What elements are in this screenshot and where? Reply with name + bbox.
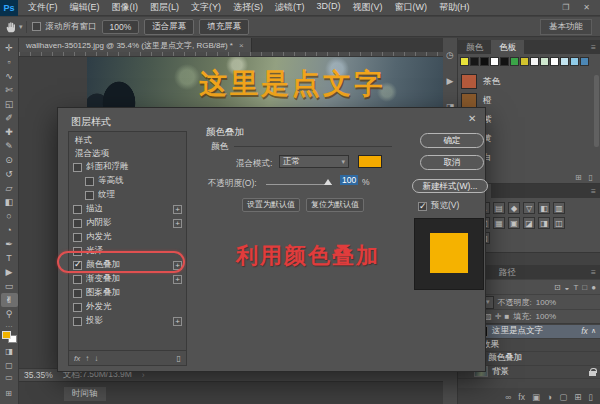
fx-icon[interactable]: fx [74, 354, 80, 363]
styles-list-header[interactable]: 样式 [69, 134, 186, 147]
menu-item[interactable]: 选择(S) [227, 1, 269, 14]
timeline-toggle-icon[interactable]: ⊞ [5, 389, 13, 398]
style-thumb[interactable]: ▣ [508, 217, 520, 229]
eyedropper-tool[interactable]: ✐ [1, 111, 18, 125]
move-tool[interactable]: ✛ [1, 41, 18, 55]
fit-screen-button[interactable]: 适合屏幕 [144, 19, 194, 35]
layer-style-icon[interactable]: fx [518, 392, 525, 402]
swatch-chip[interactable] [520, 57, 529, 66]
lock-position-icon[interactable]: ✛ [495, 312, 502, 321]
plus-icon[interactable]: + [173, 275, 182, 284]
style-thumb[interactable]: ◪ [523, 217, 535, 229]
toolbar-ellipsis[interactable]: … [5, 321, 13, 328]
new-swatch-icon[interactable]: ⊞ [575, 173, 582, 182]
scrollbar[interactable] [594, 75, 599, 147]
eraser-tool[interactable]: ▱ [1, 181, 18, 195]
filter-adjust-icon[interactable]: ◒ [565, 283, 570, 292]
active-tool-preview[interactable]: ▾ [5, 21, 27, 33]
new-layer-icon[interactable]: ⊞ [574, 392, 581, 402]
style-drop-shadow[interactable]: 投影 + [69, 314, 186, 328]
zoom-tool[interactable]: ⚲ [1, 307, 18, 321]
opacity-slider-track[interactable] [266, 184, 332, 185]
panel-menu-icon[interactable]: ≡ [591, 184, 600, 198]
plus-icon[interactable]: + [173, 219, 182, 228]
preview-checkbox-row[interactable]: 预览(V) [418, 200, 459, 212]
fill-screen-button[interactable]: 填充屏幕 [199, 19, 249, 35]
opacity-value-input[interactable]: 100 [340, 175, 358, 185]
blending-options-item[interactable]: 混合选项 [69, 147, 186, 160]
actions-panel-icon[interactable]: ▶ [447, 76, 454, 86]
healing-brush-tool[interactable]: ✚ [1, 125, 18, 139]
swatch-chip[interactable] [500, 57, 509, 66]
style-checkbox[interactable] [73, 275, 82, 284]
style-contour[interactable]: 等高线 + [69, 174, 186, 188]
menu-item[interactable]: 帮助(H) [433, 1, 476, 14]
style-checkbox[interactable] [73, 219, 82, 228]
style-thumb[interactable]: ▦ [493, 217, 505, 229]
menu-item[interactable]: 编辑(E) [64, 1, 106, 14]
swatch-chip[interactable] [560, 57, 569, 66]
plus-icon[interactable]: + [173, 317, 182, 326]
history-brush-tool[interactable]: ↺ [1, 167, 18, 181]
lasso-tool[interactable]: ∿ [1, 69, 18, 83]
swatch-chip[interactable] [540, 57, 549, 66]
tab-color[interactable]: 颜色 [458, 40, 491, 54]
delete-layer-icon[interactable]: ▯ [588, 392, 593, 402]
zoom-level[interactable]: 35.35% [24, 370, 53, 380]
hand-tool[interactable]: ✌ [1, 293, 18, 307]
style-texture[interactable]: 纹理 + [69, 188, 186, 202]
style-outer-glow[interactable]: 外发光 + [69, 300, 186, 314]
marquee-tool[interactable]: ▫ [1, 55, 18, 69]
clone-stamp-tool[interactable]: ⊙ [1, 153, 18, 167]
panel-menu-icon[interactable]: ≡ [591, 40, 600, 54]
style-inner-glow[interactable]: 内发光 + [69, 230, 186, 244]
adjustment-layer-icon[interactable]: ◑ [547, 392, 552, 402]
path-selection-tool[interactable]: ▶ [1, 265, 18, 279]
menu-item[interactable]: 文字(Y) [185, 1, 227, 14]
style-checkbox[interactable] [73, 317, 82, 326]
style-checkbox[interactable] [73, 163, 82, 172]
pen-tool[interactable]: ✒ [1, 237, 18, 251]
filter-smart-icon[interactable]: ● [591, 283, 596, 292]
scroll-all-windows-checkbox[interactable] [32, 22, 41, 31]
document-tab[interactable]: wallhaven-350125.jpg @ 35.4% (这里是点文字, RG… [19, 38, 252, 52]
swatch-chip[interactable] [510, 57, 519, 66]
restore-window-icon[interactable]: ❐ [562, 3, 569, 12]
layer-group-icon[interactable]: ▢ [559, 392, 567, 402]
swatch-chip[interactable] [550, 57, 559, 66]
style-checkbox[interactable] [73, 289, 82, 298]
menu-item[interactable]: 图层(L) [144, 1, 185, 14]
dialog-close-icon[interactable]: ✕ [468, 113, 476, 124]
type-tool[interactable]: T [1, 251, 18, 265]
opacity-value[interactable]: 100% [536, 298, 556, 307]
swatch-chip[interactable] [530, 57, 539, 66]
shape-tool[interactable]: ▭ [1, 279, 18, 293]
blur-tool[interactable]: ○ [1, 209, 18, 223]
close-tab-icon[interactable]: × [239, 41, 244, 50]
add-mask-icon[interactable]: ▣ [532, 392, 540, 402]
menu-item[interactable]: 文件(F) [22, 1, 64, 14]
style-thumb[interactable]: ◨ [538, 217, 550, 229]
style-thumb[interactable]: ◧ [538, 202, 550, 214]
style-checkbox[interactable] [73, 205, 82, 214]
trash-icon[interactable]: ▯ [177, 354, 181, 363]
swatch-row[interactable]: 茶色 [458, 72, 600, 91]
fx-badge[interactable]: fx [581, 326, 588, 336]
style-checkbox[interactable] [85, 191, 94, 200]
history-panel-icon[interactable]: ◷ [446, 50, 454, 60]
color-chips[interactable] [2, 331, 17, 343]
close-window-icon[interactable]: ✕ [583, 3, 590, 12]
swatch-chip[interactable] [460, 57, 469, 66]
preview-checkbox[interactable] [418, 202, 427, 211]
timeline-tab[interactable]: 时间轴 [64, 387, 106, 401]
swatch-chip[interactable] [570, 57, 579, 66]
brush-tool[interactable]: ✎ [1, 139, 18, 153]
style-pattern-overlay[interactable]: 图案叠加 + [69, 286, 186, 300]
menu-item[interactable]: 图像(I) [106, 1, 145, 14]
lock-all-icon[interactable]: ■ [505, 312, 510, 321]
style-thumb[interactable]: ▽ [523, 202, 535, 214]
style-checkbox[interactable] [73, 233, 82, 242]
swatch-chip[interactable] [490, 57, 499, 66]
filter-type-icon[interactable]: T [573, 283, 578, 292]
make-default-button[interactable]: 设置为默认值 [242, 198, 300, 212]
